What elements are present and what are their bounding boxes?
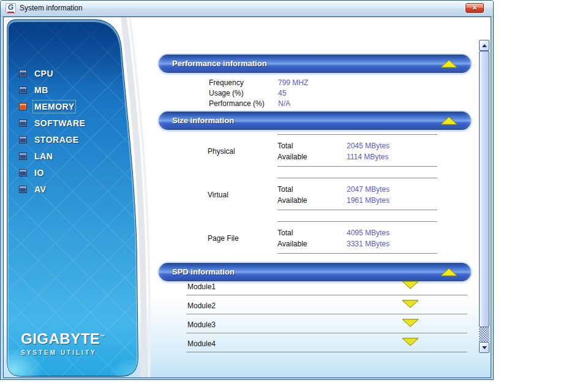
bullet-icon bbox=[19, 153, 27, 160]
bullet-icon bbox=[19, 103, 27, 110]
title-bar[interactable]: G System information ✕ bbox=[1, 1, 493, 17]
size-row-value: 2047 MBytes bbox=[347, 185, 390, 196]
size-row-value: 4095 MBytes bbox=[347, 229, 390, 240]
size-row-label: Available bbox=[277, 196, 347, 207]
info-label: Frequency bbox=[209, 78, 278, 89]
module-name: Module2 bbox=[187, 301, 216, 310]
sidebar-item-label: AV bbox=[34, 184, 46, 194]
triangle-down-icon bbox=[402, 338, 419, 346]
size-row-label: Total bbox=[277, 185, 347, 196]
info-label: Performance (%) bbox=[209, 99, 278, 110]
size-row: Available 3331 MBytes bbox=[277, 240, 437, 251]
size-group-label: Virtual bbox=[208, 191, 228, 199]
desktop: G System information ✕ bbox=[0, 0, 588, 383]
sidebar-item[interactable]: SOFTWARE bbox=[16, 115, 132, 131]
client-area: CPU MB MEMORY SOFTWARE bbox=[3, 17, 491, 378]
section-title: Performance information bbox=[172, 59, 267, 68]
module-row[interactable]: Module4 bbox=[186, 333, 467, 352]
size-groups: Physical Total 2045 MBytes Available 111… bbox=[208, 134, 440, 265]
scrollbar-thumb[interactable] bbox=[479, 51, 489, 327]
size-group-label: Page File bbox=[208, 234, 239, 243]
trademark-symbol: ™ bbox=[100, 334, 105, 339]
sidebar-item-label: MEMORY bbox=[34, 102, 74, 112]
expand-arrow-button[interactable] bbox=[402, 319, 419, 330]
triangle-up-icon bbox=[440, 116, 458, 125]
sidebar-item-label: MB bbox=[34, 85, 48, 95]
size-row-value: 1961 MBytes bbox=[347, 196, 390, 207]
size-group: Virtual Total 2047 MBytes Available 1961… bbox=[208, 178, 440, 210]
close-button[interactable]: ✕ bbox=[466, 3, 484, 13]
arrow-up-icon bbox=[482, 42, 487, 47]
sidebar-nav: CPU MB MEMORY SOFTWARE bbox=[16, 65, 132, 197]
app-window: G System information ✕ bbox=[0, 0, 494, 380]
size-row-label: Available bbox=[277, 153, 347, 164]
info-row: Usage (%) 45 bbox=[209, 89, 466, 99]
triangle-down-icon bbox=[402, 319, 419, 327]
module-row[interactable]: Module3 bbox=[186, 314, 467, 333]
sidebar-item[interactable]: IO bbox=[16, 164, 132, 181]
size-group: Page File Total 4095 MBytes Available 33… bbox=[208, 221, 440, 254]
expand-arrow-button[interactable] bbox=[402, 300, 419, 311]
sidebar-item-label: SOFTWARE bbox=[34, 118, 85, 128]
size-group: Physical Total 2045 MBytes Available 111… bbox=[208, 134, 440, 167]
sidebar-item[interactable]: MEMORY bbox=[16, 98, 132, 115]
sidebar-item-label: LAN bbox=[34, 151, 53, 161]
info-value: 45 bbox=[278, 89, 286, 99]
size-group-values: Total 4095 MBytes Available 3331 MBytes bbox=[277, 221, 437, 254]
bullet-icon bbox=[19, 136, 27, 143]
sidebar-item[interactable]: CPU bbox=[16, 65, 132, 82]
info-value: 799 MHZ bbox=[278, 78, 308, 89]
collapse-arrow-button[interactable] bbox=[440, 116, 458, 127]
sidebar-item[interactable]: LAN bbox=[16, 148, 132, 164]
sidebar-item[interactable]: STORAGE bbox=[16, 131, 132, 148]
sidebar-item[interactable]: AV bbox=[16, 181, 132, 197]
bullet-icon bbox=[19, 119, 27, 127]
performance-rows: Frequency 799 MHZ Usage (%) 45 Performan… bbox=[209, 78, 466, 110]
brand-name: GIGABYTE™ bbox=[21, 330, 105, 347]
gigabyte-logo: GIGABYTE™ SYSTEM UTILITY bbox=[21, 330, 105, 356]
module-row[interactable]: Module1 bbox=[186, 276, 467, 295]
module-row[interactable]: Module2 bbox=[186, 295, 467, 314]
section-header-performance[interactable]: Performance information bbox=[159, 55, 471, 73]
gigabyte-app-icon: G bbox=[6, 3, 16, 13]
scrollbar-track[interactable] bbox=[479, 327, 489, 342]
sidebar-item-label: IO bbox=[34, 168, 44, 178]
size-group-label: Physical bbox=[208, 147, 235, 156]
size-row: Total 4095 MBytes bbox=[277, 229, 437, 240]
section-title: SPD information bbox=[172, 267, 235, 276]
bullet-icon bbox=[19, 186, 27, 193]
module-name: Module1 bbox=[187, 283, 216, 291]
sidebar-item-label: STORAGE bbox=[34, 135, 78, 145]
info-row: Frequency 799 MHZ bbox=[209, 78, 466, 89]
size-row: Total 2045 MBytes bbox=[277, 142, 437, 153]
info-row: Performance (%) N/A bbox=[209, 99, 466, 110]
collapse-arrow-button[interactable] bbox=[440, 59, 458, 70]
module-name: Module3 bbox=[187, 320, 216, 329]
section-header-size[interactable]: Size information bbox=[159, 112, 471, 130]
size-row-value: 3331 MBytes bbox=[347, 240, 390, 251]
brand-subtitle: SYSTEM UTILITY bbox=[21, 349, 105, 356]
gigabyte-red-mark bbox=[7, 12, 14, 13]
scrollbar-down-button[interactable] bbox=[479, 342, 489, 353]
size-row-label: Total bbox=[277, 229, 347, 240]
gigabyte-g-glyph: G bbox=[6, 4, 15, 12]
size-group-values: Total 2045 MBytes Available 1114 MBytes bbox=[277, 134, 437, 167]
sidebar-item[interactable]: MB bbox=[16, 82, 132, 98]
bullet-icon bbox=[19, 169, 27, 176]
size-row-value: 2045 MBytes bbox=[347, 142, 390, 153]
module-name: Module4 bbox=[187, 339, 216, 348]
expand-arrow-button[interactable] bbox=[402, 338, 419, 349]
arrow-down-icon bbox=[482, 346, 487, 352]
info-label: Usage (%) bbox=[209, 89, 278, 99]
window-title: System information bbox=[20, 4, 83, 12]
spd-module-list: Module1 Module2 Module3 bbox=[186, 276, 467, 352]
section-title: Size information bbox=[172, 116, 234, 125]
triangle-down-icon bbox=[402, 281, 419, 289]
size-row-label: Total bbox=[277, 142, 347, 153]
expand-arrow-button[interactable] bbox=[402, 281, 419, 292]
info-value: N/A bbox=[278, 99, 290, 110]
close-icon: ✕ bbox=[472, 4, 477, 11]
size-row: Available 1114 MBytes bbox=[277, 153, 437, 164]
scrollbar-up-button[interactable] bbox=[479, 40, 489, 51]
size-row-label: Available bbox=[277, 240, 347, 251]
